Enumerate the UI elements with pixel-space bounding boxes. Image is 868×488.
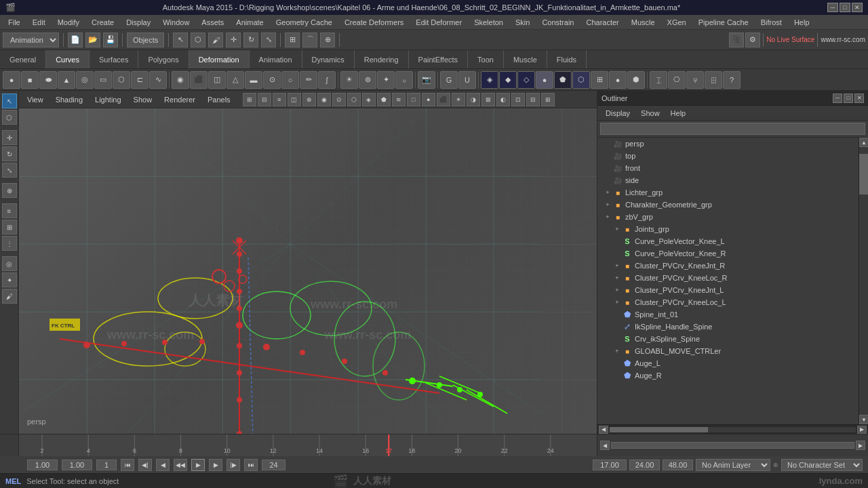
ico-shader2[interactable]: ◆: [499, 71, 517, 89]
vp-btn-3[interactable]: ≡: [273, 93, 286, 106]
viewport-canvas[interactable]: FK CTRL x y z www.rr-sc.com www.rr-sc.co…: [19, 108, 597, 434]
start-frame-field[interactable]: [27, 460, 58, 470]
ico-camera[interactable]: 📷: [418, 71, 435, 89]
h-scroll-right-btn[interactable]: ▶: [857, 426, 867, 434]
ico-shader5[interactable]: ⬟: [554, 71, 572, 89]
select-tool[interactable]: ↖: [2, 94, 17, 108]
ico-shader3[interactable]: ◇: [517, 71, 535, 89]
vp-menu-view[interactable]: View: [22, 94, 49, 105]
ico-helix[interactable]: ∿: [149, 71, 167, 89]
paint-tool[interactable]: 🖌: [2, 289, 17, 304]
tree-expand-zbv[interactable]: +: [603, 212, 612, 222]
vp-menu-renderer[interactable]: Renderer: [159, 94, 201, 105]
vp-btn-7[interactable]: ⊙: [332, 93, 346, 106]
tree-item-front[interactable]: 🎥 front: [597, 162, 859, 174]
vp-btn-res[interactable]: ⊡: [511, 93, 525, 106]
maximize-button[interactable]: □: [840, 3, 850, 12]
tree-item-cluster-jnt-l[interactable]: + ■ Cluster_PVCrv_KneeJnt_L: [597, 284, 859, 296]
tree-expand-cluster-jnt-l[interactable]: +: [612, 285, 622, 295]
vp-btn-shadow[interactable]: ◑: [467, 93, 480, 106]
current-time-field[interactable]: [593, 460, 627, 470]
tl-scroll-right[interactable]: ▶: [856, 441, 865, 450]
tree-item-pv-knee-l[interactable]: S Curve_PoleVector_Knee_L: [597, 235, 859, 247]
menu-edit[interactable]: Edit: [27, 17, 51, 28]
goto-end-btn[interactable]: ⏭: [244, 459, 258, 471]
outliner-maximize-btn[interactable]: □: [844, 94, 853, 103]
tl-scroll-left[interactable]: ◀: [600, 441, 610, 450]
new-scene-btn[interactable]: 📄: [68, 33, 83, 47]
menu-assets[interactable]: Assets: [196, 17, 229, 28]
end-frame-field[interactable]: [62, 460, 92, 470]
playback-end-field[interactable]: [629, 460, 660, 470]
outliner-menu-display[interactable]: Display: [600, 108, 635, 119]
tree-item-cluster-loc-r[interactable]: + ■ Cluster_PVCrv_KneeLoc_R: [597, 272, 859, 284]
select-btn[interactable]: ↖: [173, 33, 188, 47]
ico-torus[interactable]: ◎: [76, 71, 94, 89]
rotate-tool[interactable]: ↻: [2, 146, 17, 161]
tab-surfaces[interactable]: Surfaces: [90, 50, 138, 68]
vp-menu-panels[interactable]: Panels: [202, 94, 236, 105]
tab-curves[interactable]: Curves: [46, 50, 90, 68]
char-set-dropdown[interactable]: No Character Set: [781, 459, 863, 471]
tab-animation[interactable]: Animation: [250, 50, 302, 68]
outliner-menu-show[interactable]: Show: [635, 108, 665, 119]
scale-tool[interactable]: ⤡: [2, 163, 17, 178]
ico-disc[interactable]: ⬡: [113, 71, 130, 89]
step-back-btn[interactable]: ◀: [156, 459, 170, 471]
tree-item-side[interactable]: 🎥 side: [597, 174, 859, 186]
move-btn[interactable]: ✛: [226, 33, 241, 47]
ico-group[interactable]: G: [440, 71, 458, 89]
render-settings-btn[interactable]: ⚙: [745, 33, 760, 47]
tree-item-auge-l[interactable]: ⬟ Auge_L: [597, 357, 859, 369]
menu-modify[interactable]: Modify: [52, 17, 85, 28]
snap-curve-btn[interactable]: ⌒: [302, 33, 317, 47]
vp-menu-lighting[interactable]: Lighting: [90, 94, 127, 105]
tab-fluids[interactable]: Fluids: [547, 50, 587, 68]
ico-shader6[interactable]: ⬡: [572, 71, 590, 89]
tree-item-lichter[interactable]: + ■ Lichter_grp: [597, 186, 859, 199]
vp-btn-4[interactable]: ◫: [288, 93, 301, 106]
ico-sphere[interactable]: ●: [3, 71, 20, 89]
tree-item-auge-r[interactable]: ⬟ Auge_R: [597, 369, 859, 382]
prev-key-btn[interactable]: ◀|: [138, 459, 152, 471]
tree-item-cluster-loc-l[interactable]: + ■ Cluster_PVCrv_KneeLoc_L: [597, 296, 859, 308]
tree-expand-global[interactable]: +: [612, 346, 622, 356]
show-manipulator-tool[interactable]: ⊕: [2, 183, 17, 198]
vp-btn-9[interactable]: ◈: [362, 93, 376, 106]
tl-scrollbar-track[interactable]: [611, 442, 854, 449]
ico-pipe[interactable]: ⊏: [131, 71, 149, 89]
custom-tool-1[interactable]: ≡: [2, 203, 17, 218]
vp-btn-wire[interactable]: □: [407, 93, 420, 106]
paint-btn[interactable]: 🖌: [208, 33, 223, 47]
menu-create[interactable]: Create: [86, 17, 119, 28]
h-scroll-thumb[interactable]: [610, 427, 708, 432]
scroll-down-btn[interactable]: ▼: [859, 415, 868, 424]
tree-expand-chargeom[interactable]: +: [603, 200, 612, 209]
minimize-button[interactable]: ─: [827, 3, 838, 12]
menu-bifrost[interactable]: Bifrost: [755, 17, 787, 28]
tree-item-joints[interactable]: + ■ Joints_grp: [597, 223, 859, 235]
ico-texture[interactable]: ⬢: [627, 71, 645, 89]
vp-btn-1[interactable]: ⊞: [243, 93, 256, 106]
tab-deformation[interactable]: Deformation: [189, 50, 250, 68]
snap-grid-btn[interactable]: ⊞: [285, 33, 300, 47]
vp-menu-show[interactable]: Show: [128, 94, 158, 105]
vp-btn-11[interactable]: ≋: [392, 93, 406, 106]
vp-btn-xray[interactable]: ⊠: [481, 93, 495, 106]
tab-muscle[interactable]: Muscle: [504, 50, 547, 68]
sculpt-tool[interactable]: ✦: [2, 272, 17, 287]
paint-select-tool[interactable]: ⬡: [2, 110, 17, 125]
ico-nurbs-sphere[interactable]: ◉: [172, 71, 189, 89]
vp-btn-grid[interactable]: ⊟: [526, 93, 540, 106]
ico-cylinder[interactable]: ⬬: [39, 71, 57, 89]
vp-btn-10[interactable]: ⬟: [377, 93, 391, 106]
vp-btn-texture[interactable]: ⬛: [437, 93, 450, 106]
ico-shader4[interactable]: ●: [536, 71, 553, 89]
ico-rig2[interactable]: ⎔: [668, 71, 686, 89]
ico-nurbs-cube[interactable]: ⬛: [190, 71, 208, 89]
rotate-btn[interactable]: ↻: [243, 33, 258, 47]
outliner-scrollbar[interactable]: ▲ ▼: [859, 138, 868, 424]
goto-start-btn[interactable]: ⏮: [121, 459, 134, 471]
menu-display[interactable]: Display: [121, 17, 156, 28]
menu-xgen[interactable]: XGen: [662, 17, 692, 28]
